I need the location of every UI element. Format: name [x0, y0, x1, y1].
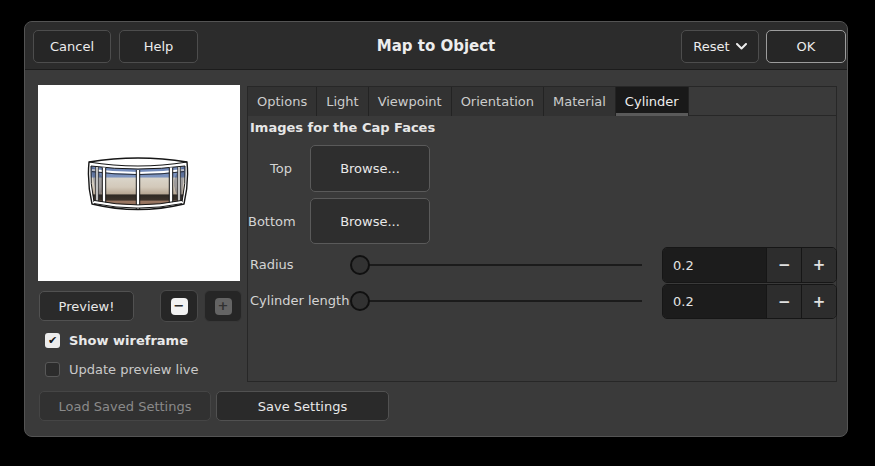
- show-wireframe-label: Show wireframe: [69, 333, 188, 348]
- browse-bottom-button[interactable]: Browse...: [310, 198, 430, 244]
- radius-label: Radius: [250, 257, 350, 272]
- minus-icon: −: [778, 293, 791, 311]
- map-to-object-dialog: Cancel Help Map to Object Reset OK: [24, 21, 848, 437]
- tab-material[interactable]: Material: [544, 87, 616, 116]
- update-preview-live-checkbox[interactable]: Update preview live: [45, 361, 199, 378]
- load-saved-settings-label: Load Saved Settings: [59, 399, 192, 414]
- plus-button[interactable]: +: [801, 285, 836, 318]
- tab-cylinder[interactable]: Cylinder: [616, 87, 689, 116]
- bottom-label: Bottom: [248, 214, 292, 229]
- help-button[interactable]: Help: [119, 30, 198, 63]
- browse-top-label: Browse...: [340, 161, 400, 176]
- ok-button-label: OK: [797, 39, 816, 54]
- reset-button-label: Reset: [693, 39, 729, 54]
- radius-slider-thumb[interactable]: [350, 255, 370, 275]
- zoom-in-icon: +: [215, 298, 232, 315]
- chevron-down-icon: [736, 43, 747, 50]
- cylinder-length-label: Cylinder length: [250, 293, 350, 308]
- preview-button[interactable]: Preview!: [39, 291, 134, 321]
- preview-button-label: Preview!: [59, 299, 115, 314]
- show-wireframe-checkbox[interactable]: ✔ Show wireframe: [45, 332, 188, 349]
- cylinder-length-slider-thumb[interactable]: [350, 291, 370, 311]
- radius-increment-button[interactable]: +: [801, 248, 836, 282]
- checkbox-unchecked-icon[interactable]: [45, 362, 60, 377]
- cylinder-length-spin-group: 0.2 − +: [662, 284, 837, 319]
- cylinder-length-value-input[interactable]: 0.2: [663, 285, 766, 318]
- browse-top-button[interactable]: Browse...: [310, 145, 430, 192]
- cancel-button[interactable]: Cancel: [33, 30, 111, 63]
- load-saved-settings-button: Load Saved Settings: [39, 391, 211, 421]
- section-title: Images for the Cap Faces: [250, 120, 435, 135]
- save-settings-label: Save Settings: [258, 399, 347, 414]
- header-bar: Cancel Help Map to Object Reset OK: [25, 22, 847, 70]
- zoom-out-icon: −: [171, 298, 188, 315]
- minus-button[interactable]: −: [766, 285, 801, 318]
- settings-notebook: Options Light Viewpoint Orientation Mate…: [247, 86, 837, 382]
- top-label: Top: [248, 161, 292, 176]
- cancel-button-label: Cancel: [50, 39, 94, 54]
- reset-button[interactable]: Reset: [681, 30, 759, 63]
- cylinder-preview-image: [87, 153, 189, 214]
- tab-light[interactable]: Light: [317, 87, 368, 116]
- radius-spin-group: 0.2 − +: [662, 247, 837, 283]
- tab-viewpoint[interactable]: Viewpoint: [369, 87, 452, 116]
- zoom-in-button: +: [204, 290, 242, 322]
- help-button-label: Help: [144, 39, 174, 54]
- ok-button[interactable]: OK: [766, 30, 846, 63]
- tab-orientation[interactable]: Orientation: [452, 87, 544, 116]
- tab-bar: Options Light Viewpoint Orientation Mate…: [248, 87, 836, 116]
- plus-icon: +: [813, 256, 826, 274]
- plus-icon: +: [813, 293, 826, 311]
- radius-slider-track[interactable]: [352, 264, 642, 266]
- radius-value-input[interactable]: 0.2: [663, 248, 766, 282]
- radius-decrement-button[interactable]: −: [766, 248, 801, 282]
- tab-options[interactable]: Options: [248, 87, 317, 116]
- zoom-out-button[interactable]: −: [160, 290, 198, 322]
- minus-icon: −: [778, 256, 791, 274]
- save-settings-button[interactable]: Save Settings: [216, 391, 389, 421]
- cylinder-length-slider-track[interactable]: [352, 300, 642, 302]
- browse-bottom-label: Browse...: [340, 214, 400, 229]
- checkbox-checked-icon[interactable]: ✔: [45, 333, 60, 348]
- preview-canvas[interactable]: [38, 85, 240, 281]
- update-preview-live-label: Update preview live: [69, 362, 199, 377]
